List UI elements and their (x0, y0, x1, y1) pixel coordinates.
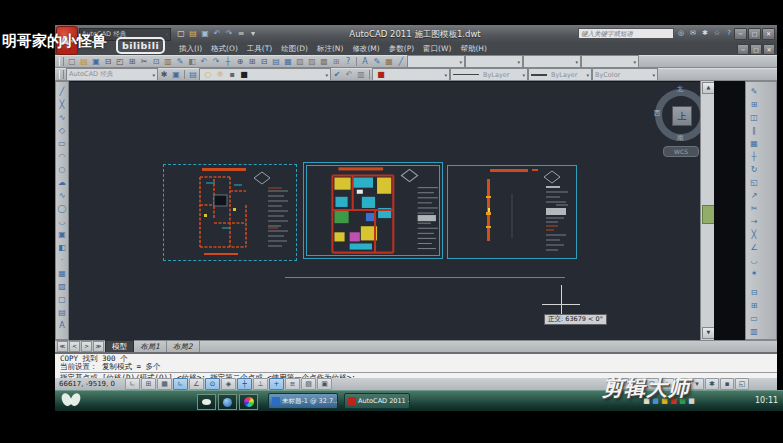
transparency-icon[interactable]: ▨ (301, 378, 316, 390)
tool-palettes-icon[interactable]: ▧ (294, 56, 306, 67)
qnew-icon[interactable]: ▢ (175, 29, 187, 40)
osnap-icon[interactable]: ⊙ (205, 378, 220, 390)
text-style-combo[interactable]: ▾ (407, 55, 465, 68)
properties-icon[interactable]: ▤ (270, 56, 282, 67)
plot-icon[interactable]: ≡ (235, 29, 247, 40)
paste-icon[interactable]: ▥ (162, 56, 174, 67)
plot-icon[interactable]: ⊟ (102, 56, 114, 67)
match-properties-icon[interactable]: ✎ (174, 56, 186, 67)
revision-cloud-icon[interactable]: ☁ (56, 176, 68, 189)
tab-layout1[interactable]: 布局1 (134, 341, 167, 352)
mleader-style-combo[interactable]: ▾ (581, 55, 639, 68)
ellipse-icon[interactable]: ◯ (56, 202, 68, 215)
table-style-combo[interactable]: ▾ (523, 55, 581, 68)
pan-icon[interactable]: ┼ (222, 56, 234, 67)
search-binoculars-icon[interactable]: ◎ (675, 28, 687, 39)
open-icon[interactable]: ▤ (187, 29, 199, 40)
polar-icon[interactable]: ∠ (189, 378, 204, 390)
draworder-under-icon[interactable]: ▥ (748, 325, 760, 338)
copy-clip-icon[interactable]: ⊡ (150, 56, 162, 67)
drawing-canvas[interactable]: 上 北 南 西 东 WCS 正交: 63679 < 0° (69, 81, 700, 340)
ellipse-arc-icon[interactable]: ◡ (56, 215, 68, 228)
grid-icon[interactable]: ▦ (157, 378, 172, 390)
open-icon[interactable]: ▤ (78, 56, 90, 67)
block-editor-icon[interactable]: ◧ (186, 56, 198, 67)
viewcube-wcs-button[interactable]: WCS (663, 146, 699, 157)
layer-previous-icon[interactable]: ↶ (343, 69, 355, 80)
stretch-icon[interactable]: ↗ (748, 189, 760, 202)
menu-item-3[interactable]: 绘图(D) (281, 44, 308, 54)
copy-icon[interactable]: ⊞ (748, 98, 760, 111)
layer-properties-manager-icon[interactable]: ▤ (187, 69, 199, 80)
lineweight-display-icon[interactable]: ≡ (285, 378, 300, 390)
autoscale-dropdown-icon[interactable]: ▾ (690, 378, 704, 390)
help-icon[interactable]: ? (342, 56, 354, 67)
sheet-set-manager-icon[interactable]: ▨ (306, 56, 318, 67)
workspace-switching-icon[interactable]: ✱ (705, 378, 719, 390)
quick-launch-1-icon[interactable] (197, 394, 216, 410)
undo-icon[interactable]: ↶ (198, 56, 210, 67)
linetype-combo[interactable]: ByLayer ▾ (450, 68, 528, 81)
break-icon[interactable]: ╳ (748, 228, 760, 241)
publish-icon[interactable]: ⊞ (126, 56, 138, 67)
task-button-photoshop[interactable]: 未标题-1 @ 32.7... (268, 393, 338, 409)
menu-item-6[interactable]: 参数(P) (389, 44, 414, 54)
viewcube-north-label[interactable]: 北 (677, 85, 684, 94)
quick-launch-2-icon[interactable] (218, 394, 237, 410)
new-icon[interactable]: ▢ (66, 56, 78, 67)
save-icon[interactable]: ▣ (199, 29, 211, 40)
favorites-star-icon[interactable]: ☆ (711, 28, 723, 39)
workspace-settings-gear-icon[interactable]: ✱ (158, 69, 170, 80)
dim-style-combo[interactable]: ▾ (465, 55, 523, 68)
dim-style-icon[interactable]: ✎ (371, 56, 383, 67)
vertical-scrollbar[interactable]: ▲ ▼ (700, 81, 714, 340)
zoom-realtime-icon[interactable]: ⊕ (234, 56, 246, 67)
communication-center-icon[interactable]: ✱ (699, 28, 711, 39)
rotate-icon[interactable]: ↻ (748, 163, 760, 176)
redo-icon[interactable]: ↷ (210, 56, 222, 67)
menu-item-5[interactable]: 修改(M) (352, 44, 379, 54)
menu-item-1[interactable]: 格式(O) (211, 44, 238, 54)
construction-line-icon[interactable]: ╳ (56, 98, 68, 111)
plot-style-combo[interactable]: ByColor ▾ (592, 68, 658, 81)
trim-icon[interactable]: ✂ (748, 202, 760, 215)
quickcalc-icon[interactable]: ⊞ (330, 56, 342, 67)
clean-screen-icon[interactable]: ◱ (735, 378, 749, 390)
restore-icon[interactable]: ▢ (748, 28, 761, 40)
make-block-icon[interactable]: ◧ (56, 241, 68, 254)
menu-item-0[interactable]: 插入(I) (179, 44, 202, 54)
tab-last-icon[interactable]: ≫ (93, 341, 104, 352)
line-icon[interactable]: ╱ (56, 85, 68, 98)
markup-icon[interactable]: ▩ (318, 56, 330, 67)
menu-item-2[interactable]: 工具(T) (247, 44, 272, 54)
tab-prev-icon[interactable]: < (69, 341, 80, 352)
insert-block-icon[interactable]: ▣ (56, 228, 68, 241)
toolbar-lock-icon[interactable]: ▪ (720, 378, 734, 390)
quick-properties-icon[interactable]: ▣ (317, 378, 332, 390)
circle-icon[interactable]: ○ (56, 163, 68, 176)
toolbar-grip[interactable] (59, 57, 64, 66)
save-icon[interactable]: ▣ (90, 56, 102, 67)
chamfer-icon[interactable]: ∠ (748, 241, 760, 254)
table-style-icon[interactable]: ▦ (383, 56, 395, 67)
plot-preview-icon[interactable]: ◰ (114, 56, 126, 67)
butterfly-start-icon[interactable] (61, 393, 83, 409)
offset-icon[interactable]: ∥ (748, 124, 760, 137)
cut-icon[interactable]: ✂ (138, 56, 150, 67)
zoom-previous-icon[interactable]: ⊟ (258, 56, 270, 67)
tab-layout2[interactable]: 布局2 (167, 341, 200, 352)
redo-icon[interactable]: ↷ (223, 29, 235, 40)
point-icon[interactable]: · (56, 254, 68, 267)
scale-icon[interactable]: ◱ (748, 176, 760, 189)
otrack-icon[interactable]: ┼ (237, 378, 252, 390)
qat-dropdown-icon[interactable]: ▾ (247, 29, 259, 40)
osnap-3d-icon[interactable]: ◈ (221, 378, 236, 390)
array-icon[interactable]: ▦ (748, 137, 760, 150)
table-icon[interactable]: ▤ (56, 306, 68, 319)
infocenter-search-input[interactable] (578, 28, 674, 39)
rectangle-icon[interactable]: ▭ (56, 137, 68, 150)
move-icon[interactable]: ┼ (748, 150, 760, 163)
make-object-layer-current-icon[interactable]: ✔ (331, 69, 343, 80)
draworder-back-icon[interactable]: ⊞ (748, 299, 760, 312)
quick-launch-3-icon[interactable] (239, 394, 258, 410)
